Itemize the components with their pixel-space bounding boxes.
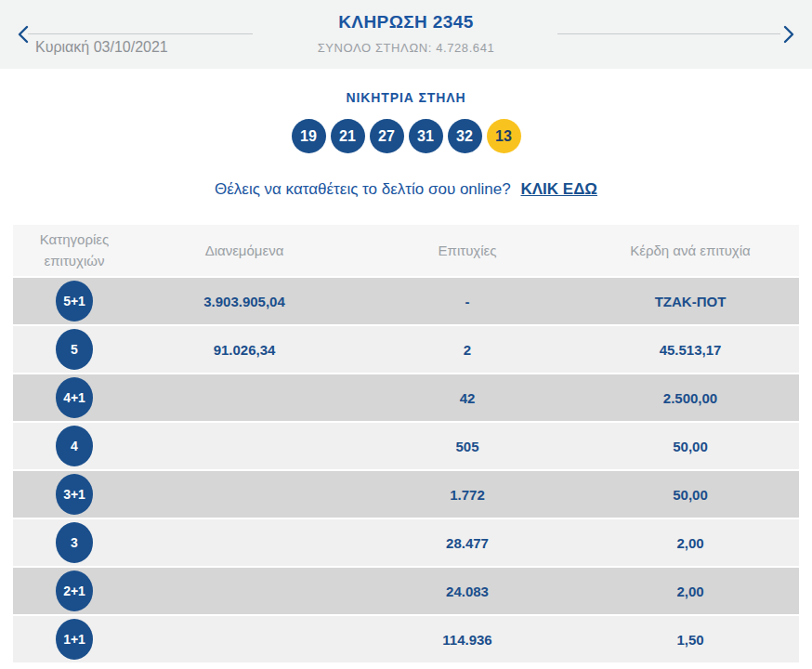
- prize-cell: 2.500,00: [582, 390, 799, 406]
- category-badge: 1+1: [56, 619, 93, 660]
- category-badge: 3: [56, 522, 93, 563]
- number-ball: 31: [409, 119, 443, 153]
- number-ball: 32: [448, 119, 482, 153]
- winners-cell: 2: [353, 342, 582, 358]
- total-columns: ΣΥΝΟΛΟ ΣΤΗΛΩΝ: 4.728.641: [0, 41, 812, 55]
- prize-cell: 50,00: [582, 487, 799, 503]
- col-header-prize: Κέρδη ανά επιτυχία: [582, 243, 799, 258]
- prize-cell: 50,00: [582, 439, 799, 454]
- table-row: 4+1 42 2.500,00: [13, 374, 799, 423]
- deposit-online-link[interactable]: ΚΛΙΚ ΕΔΩ: [520, 180, 597, 198]
- table-row: 4 505 50,00: [13, 423, 799, 471]
- category-badge: 2+1: [56, 571, 93, 611]
- table-row: 3 28.477 2,00: [13, 519, 799, 568]
- number-ball: 27: [370, 119, 404, 153]
- category-badge: 5+1: [56, 281, 93, 321]
- category-badge: 3+1: [56, 474, 93, 515]
- winners-cell: 42: [353, 390, 582, 406]
- winners-cell: 24.083: [353, 584, 582, 599]
- winners-cell: 1.772: [353, 487, 582, 503]
- winners-cell: -: [353, 294, 582, 309]
- winners-cell: 114.936: [353, 632, 582, 648]
- col-header-distributed: Διανεμόμενα: [136, 243, 353, 258]
- draw-header: Κυριακή 03/10/2021 ΚΛΗΡΩΣΗ 2345 ΣΥΝΟΛΟ Σ…: [0, 0, 812, 69]
- table-row: 2+1 24.083 2,00: [13, 568, 799, 616]
- prize-cell: 1,50: [582, 632, 799, 648]
- number-ball: 19: [292, 119, 326, 153]
- distributed-cell: 91.026,34: [136, 342, 353, 358]
- prize-cell: 2,00: [582, 535, 799, 551]
- chevron-right-icon: [783, 25, 794, 44]
- cta-row: Θέλεις να καταθέτεις το δελτίο σου onlin…: [0, 180, 812, 199]
- category-badge: 5: [56, 329, 93, 370]
- table-row: 1+1 114.936 1,50: [13, 616, 799, 664]
- winning-numbers: 19 21 27 31 32 13: [0, 119, 812, 153]
- category-badge: 4: [56, 426, 93, 466]
- col-header-categories: Κατηγορίες επιτυχιών: [13, 230, 136, 271]
- next-draw-button[interactable]: [779, 22, 799, 46]
- draw-title: ΚΛΗΡΩΣΗ 2345: [0, 12, 812, 33]
- col-header-winners: Επιτυχίες: [353, 243, 582, 258]
- prize-cell: 45.513,17: [582, 342, 799, 358]
- prize-cell: 2,00: [582, 584, 799, 599]
- winning-column-section: ΝΙΚΗΤΡΙΑ ΣΤΗΛΗ 19 21 27 31 32 13: [0, 90, 812, 153]
- table-row: 3+1 1.772 50,00: [13, 471, 799, 519]
- table-header-row: Κατηγορίες επιτυχιών Διανεμόμενα Επιτυχί…: [13, 225, 799, 278]
- prize-table: Κατηγορίες επιτυχιών Διανεμόμενα Επιτυχί…: [13, 225, 799, 664]
- winners-cell: 28.477: [353, 535, 582, 551]
- winners-cell: 505: [353, 439, 582, 454]
- winning-column-label: ΝΙΚΗΤΡΙΑ ΣΤΗΛΗ: [0, 90, 812, 105]
- distributed-cell: 3.903.905,04: [136, 294, 353, 309]
- category-badge: 4+1: [56, 377, 93, 418]
- header-divider-right: [557, 33, 780, 34]
- prize-cell: ΤΖΑΚ-ΠΟΤ: [582, 294, 799, 309]
- cta-text: Θέλεις να καταθέτεις το δελτίο σου onlin…: [215, 180, 511, 198]
- number-ball: 21: [331, 119, 365, 153]
- table-row: 5+1 3.903.905,04 - ΤΖΑΚ-ΠΟΤ: [13, 278, 799, 326]
- table-row: 5 91.026,34 2 45.513,17: [13, 326, 799, 374]
- bonus-ball: 13: [487, 119, 521, 153]
